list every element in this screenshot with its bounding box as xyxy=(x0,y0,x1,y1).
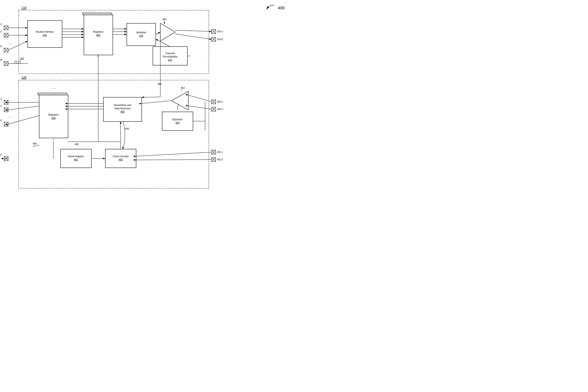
label-402-2: 402-2 xyxy=(0,30,2,33)
clock-circuitry-label1: Clock Circuitry xyxy=(113,155,128,158)
deserializer-label2: Data Recovery xyxy=(114,107,130,110)
wire-eq-to-amp2 xyxy=(178,104,179,106)
wire-reg-to-460-2 xyxy=(8,106,39,110)
top-section-label: 110 xyxy=(22,6,26,10)
tx-preemphasis-ref: 412 xyxy=(168,58,172,61)
ref-462: 462 xyxy=(162,18,166,21)
clock-circuitry-ref: 480 xyxy=(118,158,123,161)
wire-amp-to-416-1 xyxy=(175,30,212,32)
deserializer-label1: Deserializer and xyxy=(114,104,131,106)
wire-txpre-to-ser xyxy=(156,39,170,46)
label-451-1: 451-1 xyxy=(217,151,223,154)
wire-450-2-to-amp xyxy=(188,106,212,109)
equalizer-block xyxy=(162,112,193,130)
tx-preemphasis-label1: Transmit xyxy=(165,52,175,54)
registers-bot-label: Registers xyxy=(48,113,59,116)
ref-469: 469 xyxy=(125,127,129,130)
mode-register-label1: Mode Register xyxy=(68,155,84,158)
label-450-2: 450-2 xyxy=(217,108,223,110)
wire-amp-to-deser xyxy=(142,101,172,104)
wire-465-line xyxy=(33,146,39,146)
ref-400: 400 xyxy=(278,6,285,10)
parallel-interface-ref: 406 xyxy=(43,34,47,36)
caret-bot: ^ xyxy=(53,139,54,142)
label-467: 467 xyxy=(0,154,2,156)
registers-top-label: Registers xyxy=(93,30,104,33)
label-416-2: 416-2 xyxy=(217,38,223,41)
label-451-2: 451-2 xyxy=(217,158,223,161)
mode-register-ref: 461 xyxy=(74,158,78,161)
serializer-ref: 410 xyxy=(139,34,143,37)
label-450-1: 450-1 xyxy=(217,100,223,103)
wire-469-curve xyxy=(123,122,125,149)
ref-465: 465 xyxy=(33,142,37,145)
dots-bot-left: · · · xyxy=(8,116,12,119)
wire-reg-to-460-K xyxy=(8,116,39,124)
ref-463: 463 xyxy=(74,143,79,146)
amplifier-bot xyxy=(172,91,188,110)
wire-450-1-to-amp xyxy=(188,95,212,102)
wire-464-to-deser xyxy=(142,97,160,97)
ref-453: 453 xyxy=(181,86,185,89)
dots-top-left: · · · xyxy=(8,42,12,45)
label-460-K: 460-K xyxy=(0,119,2,122)
bottom-section-label: 120 xyxy=(22,76,26,79)
label-402-1: 402-1 xyxy=(0,23,2,25)
deserializer-ref: 456 xyxy=(120,110,124,113)
label-460-1: 460-1 xyxy=(0,97,2,100)
dots-reg-bot: · · · xyxy=(52,87,56,90)
ref-414: 414 xyxy=(20,57,24,60)
diagram-svg: 400 110 120 Parallel Interface 406 Regis… xyxy=(0,0,294,196)
clock-waveform-top xyxy=(15,61,20,64)
equalizer-ref: 454 xyxy=(176,121,180,124)
serializer-label: Serializer xyxy=(136,31,146,34)
diagram-container: 400 110 120 Parallel Interface 406 Regis… xyxy=(0,0,294,196)
amplifier-top xyxy=(160,23,175,41)
equalizer-label: Equalizer xyxy=(172,118,183,121)
label-460-2: 460-2 xyxy=(0,105,2,107)
parallel-interface-label: Parallel Interface xyxy=(36,30,54,33)
label-416-1: 416-1 xyxy=(217,30,223,33)
wire-ser-to-amp xyxy=(156,32,160,34)
ref-464: 464 xyxy=(158,82,162,85)
label-402-K: 402-K xyxy=(0,45,2,48)
label-404: 404 xyxy=(0,58,2,61)
registers-bot-ref: 458 xyxy=(52,117,56,120)
registers-bot-block xyxy=(39,95,68,138)
registers-top-ref: 408 xyxy=(96,34,100,36)
wire-451-1-to-clock xyxy=(136,152,212,156)
wire-451-2-to-clock xyxy=(136,160,212,160)
tx-preemphasis-label2: Pre-emphasis xyxy=(162,55,178,58)
wire-amp-to-416-2 xyxy=(175,34,212,39)
